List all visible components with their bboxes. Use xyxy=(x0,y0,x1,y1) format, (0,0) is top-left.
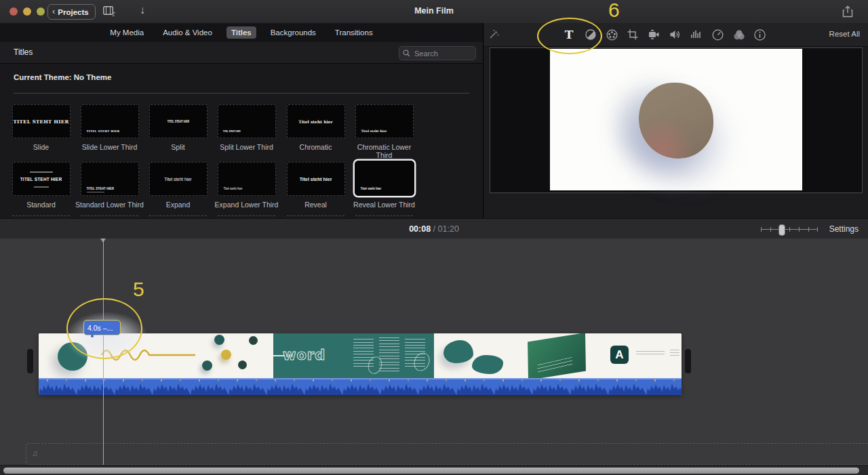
video-preview[interactable] xyxy=(490,47,863,193)
title-label: Expand xyxy=(144,201,212,209)
scrollbar-thumb[interactable] xyxy=(3,468,859,474)
title-thumbnail[interactable]: Titel steht hier xyxy=(287,162,345,196)
title-thumbnail[interactable]: TITEL STEHT HIER xyxy=(149,104,208,138)
window-title: Mein Film xyxy=(0,6,868,16)
tab-my-media[interactable]: My Media xyxy=(105,26,149,39)
clipped-thumbnail-edge xyxy=(149,215,207,216)
title-preview-text: Titel steht hier xyxy=(356,105,413,138)
title-item-standard[interactable]: TITEL STEHT HIER Standard xyxy=(7,162,75,209)
clipped-thumbnail-edge xyxy=(81,215,138,216)
title-thumbnail-selected[interactable]: Titel steht hier xyxy=(355,161,414,196)
volume-speaker-icon[interactable] xyxy=(668,28,682,41)
search-input[interactable] xyxy=(413,49,466,58)
annotation-number-5: 5 xyxy=(133,278,144,301)
title-thumbnail[interactable]: TITEL STEHT HIER xyxy=(81,104,139,138)
clip-frame xyxy=(197,333,235,378)
title-label: Slide xyxy=(7,143,75,151)
search-icon xyxy=(403,49,410,57)
title-preview-text: TITEL STEHT HIER xyxy=(157,105,198,138)
clipped-thumbnail-edge xyxy=(218,215,275,216)
title-thumbnail[interactable]: TITEL STEHT HIER xyxy=(12,104,71,138)
share-icon[interactable] xyxy=(842,5,853,18)
preview-blob-graphic xyxy=(639,83,713,159)
title-label: Expand Lower Third xyxy=(212,201,281,209)
title-label: Standard xyxy=(7,201,75,209)
title-label: Chromatic xyxy=(281,143,350,151)
media-tabbar: My Media Audio & Video Titles Background… xyxy=(0,23,483,43)
stabilization-camera-icon[interactable] xyxy=(647,28,660,41)
divider xyxy=(14,93,469,94)
title-item-reveal-lower-third-selected[interactable]: Titel steht hier Reveal Lower Third xyxy=(350,161,418,209)
title-thumbnail[interactable]: TITEL STEHT HIER xyxy=(218,104,276,138)
title-item-reveal[interactable]: Titel steht hier Reveal xyxy=(281,162,350,209)
clip-logo: A xyxy=(610,346,629,364)
clip-frame: word xyxy=(273,333,350,378)
titlebar: ‹ Projects ♪ ↓ Mein Film xyxy=(0,0,868,24)
title-preview-text: Titel steht hier xyxy=(218,163,275,195)
total-time: 01:20 xyxy=(438,224,459,234)
video-canvas xyxy=(550,49,802,190)
horizontal-scrollbar[interactable] xyxy=(0,465,868,475)
tab-titles[interactable]: Titles xyxy=(226,26,256,39)
title-item-expand-lower-third[interactable]: Titel steht hier Expand Lower Third xyxy=(212,162,281,209)
enhance-wand-icon[interactable] xyxy=(487,28,500,41)
title-thumbnail[interactable]: TITEL STEHT HIER xyxy=(12,162,71,196)
tab-transitions[interactable]: Transitions xyxy=(330,26,378,39)
title-thumbnail[interactable]: TITEL STEHT HIER xyxy=(81,162,139,196)
annotation-circle-5 xyxy=(66,298,142,359)
clipped-thumbnail-edge xyxy=(287,215,344,216)
title-thumbnail[interactable]: Titel steht hier xyxy=(287,104,345,138)
title-label: Reveal xyxy=(281,201,350,209)
timeline[interactable]: word xyxy=(0,239,868,465)
info-icon[interactable] xyxy=(753,28,766,41)
title-thumbnail[interactable]: Titel steht hier xyxy=(149,162,208,196)
audio-waveform xyxy=(39,378,682,395)
tab-audio-video[interactable]: Audio & Video xyxy=(158,26,217,39)
reset-all-button[interactable]: Reset All xyxy=(829,30,860,38)
settings-button[interactable]: Settings xyxy=(829,224,859,234)
browser-header: Titles xyxy=(0,42,483,64)
title-item-split[interactable]: TITEL STEHT HIER Split xyxy=(144,104,212,151)
slider-thumb[interactable] xyxy=(778,224,785,236)
title-item-slide[interactable]: TITEL STEHT HIER Slide xyxy=(7,104,75,151)
slider-tick xyxy=(799,227,800,232)
clip-frame xyxy=(349,333,435,378)
title-item-slide-lower-third[interactable]: TITEL STEHT HIER Slide Lower Third xyxy=(75,104,144,151)
transport-bar: 00:08 / 01:20 Settings xyxy=(0,218,868,240)
clip-trim-handle-left[interactable] xyxy=(27,349,33,373)
title-label: Split Lower Third xyxy=(212,143,281,151)
music-note-icon: ♫ xyxy=(32,449,38,458)
title-label: Chromatic Lower Third xyxy=(350,143,418,159)
title-item-chromatic[interactable]: Titel steht hier Chromatic xyxy=(281,104,350,151)
noise-equalizer-icon[interactable] xyxy=(689,28,703,41)
tab-backgrounds[interactable]: Backgrounds xyxy=(266,26,321,39)
clipped-thumbnail-edge xyxy=(12,215,70,216)
title-label: Slide Lower Third xyxy=(75,143,144,151)
titles-browser-panel: My Media Audio & Video Titles Background… xyxy=(0,23,484,218)
slider-tick xyxy=(817,227,818,232)
title-preview-text: Titel steht hier xyxy=(288,163,344,195)
title-item-standard-lower-third[interactable]: TITEL STEHT HIER Standard Lower Third xyxy=(75,162,144,209)
viewer-panel: T xyxy=(484,23,868,218)
clip-trim-handle-right[interactable] xyxy=(685,349,691,373)
time-separator: / xyxy=(433,224,435,234)
crop-icon[interactable] xyxy=(626,28,639,41)
title-item-expand[interactable]: Titel steht hier Expand xyxy=(144,162,212,209)
clip-frame: A xyxy=(590,333,682,378)
background-music-track[interactable]: ♫ xyxy=(26,443,868,465)
color-correction-icon[interactable] xyxy=(605,28,618,41)
slider-tick xyxy=(808,227,809,232)
slider-tick xyxy=(789,227,790,232)
annotation-circle-6 xyxy=(537,18,602,54)
title-item-chromatic-lower-third[interactable]: Titel steht hier Chromatic Lower Third xyxy=(350,104,418,159)
title-thumbnail[interactable]: Titel steht hier xyxy=(355,104,414,138)
search-field[interactable] xyxy=(399,46,476,60)
timeline-zoom-slider[interactable] xyxy=(761,224,818,234)
filters-circles-icon[interactable] xyxy=(732,28,746,41)
title-thumbnail[interactable]: Titel steht hier xyxy=(218,162,276,196)
title-item-split-lower-third[interactable]: TITEL STEHT HIER Split Lower Third xyxy=(212,104,281,151)
title-preview-text: Titel steht hier xyxy=(288,105,344,138)
title-preview-text: TITEL STEHT HIER xyxy=(13,163,70,195)
speed-gauge-icon[interactable] xyxy=(711,28,724,41)
title-preview-text: TITEL STEHT HIER xyxy=(218,105,259,138)
